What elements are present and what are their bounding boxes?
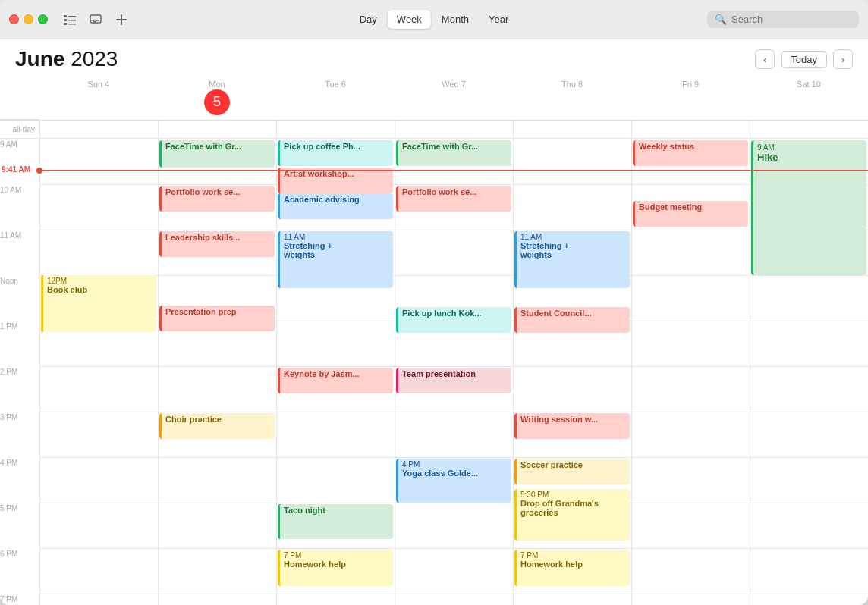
inbox-button[interactable] [86,10,105,30]
cell-mon-6[interactable] [158,548,276,594]
search-input[interactable] [731,14,851,25]
event-artistworkshop[interactable]: Artist workshop... [278,168,393,193]
search-box[interactable]: 🔍 [707,11,859,28]
cell-fri-7[interactable] [631,594,750,605]
event-portfoliomon[interactable]: Portfolio work se... [159,186,275,212]
event-choir[interactable]: Choir practice [159,413,275,439]
event-writingsession[interactable]: Writing session w... [514,413,630,439]
cell-sat-noon[interactable] [750,275,868,321]
cell-fri-3[interactable] [631,412,750,457]
day-headers: Sun 4 Mon 5 Tue 6 Wed 7 Thu 8 Fri 9 Sat … [0,76,868,121]
cell-thu-2[interactable] [513,366,631,412]
month-year-title: June 2023 [15,47,118,71]
next-week-button[interactable]: › [833,49,853,69]
cell-sun-5[interactable] [39,503,158,548]
view-day-button[interactable]: Day [351,10,386,29]
view-month-button[interactable]: Month [432,10,478,29]
nav-controls: ‹ Today › [755,49,853,69]
event-stretching1[interactable]: 11 AM Stretching +weights [278,231,393,288]
cell-thu-10[interactable] [513,184,631,230]
cell-sun-7[interactable] [39,594,158,605]
cell-sat-1[interactable] [750,321,868,366]
cell-sat-2[interactable] [750,366,868,412]
day-header-thu: Thu 8 [513,76,631,120]
cell-mon-5[interactable] [158,503,276,548]
time-3pm: 3 PM [0,412,39,457]
prev-week-button[interactable]: ‹ [755,49,775,69]
event-picklunch[interactable]: Pick up lunch Kok... [396,307,511,333]
cell-thu-9[interactable] [513,139,631,184]
time-noon: Noon [0,275,39,321]
cell-mon-4[interactable] [158,457,276,503]
cell-sun-2[interactable] [39,366,158,412]
event-homework2[interactable]: 7 PM Homework help [514,550,630,586]
cell-wed-6[interactable] [395,548,513,594]
cell-sun-11[interactable] [39,230,158,275]
cell-fri-2[interactable] [631,366,750,412]
event-portfoliowed[interactable]: Portfolio work se... [396,186,511,212]
cell-fri-11[interactable] [631,230,750,275]
event-weeklystatus[interactable]: Weekly status [633,140,748,166]
cell-fri-6[interactable] [631,548,750,594]
event-budgetmeeting[interactable]: Budget meeting [633,201,748,227]
event-yogaclass[interactable]: 4 PM Yoga class Golde... [396,459,511,503]
cell-sat-5[interactable] [750,503,868,548]
cell-fri-5[interactable] [631,503,750,548]
event-soccer[interactable]: Soccer practice [514,459,630,484]
event-dropoffgrandma[interactable]: 5:30 PM Drop off Grandma's groceries [514,489,630,541]
view-week-button[interactable]: Week [388,10,431,29]
event-hike[interactable]: 9 AM Hike [751,140,866,275]
event-taconight[interactable]: Taco night [278,504,393,539]
maximize-button[interactable] [38,14,48,24]
cell-sat-7[interactable] [750,594,868,605]
cell-wed-3[interactable] [395,412,513,457]
event-studentcouncil[interactable]: Student Council... [514,307,630,333]
cell-tue-1[interactable] [276,321,395,366]
view-switcher: Day Week Month Year [351,10,518,29]
event-leadership[interactable]: Leadership skills... [159,231,275,257]
cell-tue-3[interactable] [276,412,395,457]
cell-fri-noon[interactable] [631,275,750,321]
cell-sun-3[interactable] [39,412,158,457]
event-bookclub[interactable]: 12PM Book club [41,275,156,332]
toolbar-right: 🔍 [707,11,859,28]
event-facetime1[interactable]: FaceTime with Gr... [159,140,275,168]
cell-mon-7[interactable] [158,594,276,605]
search-icon: 🔍 [715,14,727,25]
calendar-list-button[interactable] [60,10,80,30]
cell-thu-7[interactable] [513,594,631,605]
cell-wed-5[interactable] [395,503,513,548]
event-teampres[interactable]: Team presentation [396,368,511,393]
event-stretching2[interactable]: 11 AM Stretching +weights [514,231,630,288]
time-9am: 9 AM [0,139,39,184]
view-year-button[interactable]: Year [480,10,517,29]
event-presentation-prep[interactable]: Presentation prep [159,306,275,331]
minimize-button[interactable] [24,14,33,24]
event-keynote[interactable]: Keynote by Jasm... [278,368,393,393]
event-pickupcoffee[interactable]: Pick up coffee Ph... [278,140,393,166]
allday-thu [513,121,631,138]
time-grid-container[interactable]: 9 AM 10 AM 11 AM [0,139,868,605]
cell-mon-2[interactable] [158,366,276,412]
cell-fri-1[interactable] [631,321,750,366]
cell-wed-11[interactable] [395,230,513,275]
svg-rect-2 [64,19,67,21]
cell-wed-7[interactable] [395,594,513,605]
event-homework1[interactable]: 7 PM Homework help [278,550,393,586]
cell-fri-4[interactable] [631,457,750,503]
cell-sun-10[interactable] [39,184,158,230]
cell-sat-4[interactable] [750,457,868,503]
cell-sat-6[interactable] [750,548,868,594]
event-facetime2[interactable]: FaceTime with Gr... [396,140,511,166]
today-button[interactable]: Today [781,51,827,68]
add-event-button[interactable] [112,10,131,30]
cell-tue-7[interactable] [276,594,395,605]
cell-sun-9[interactable] [39,139,158,184]
corner-cell [0,76,39,120]
cell-sat-3[interactable] [750,412,868,457]
event-academicadv[interactable]: Academic advising [278,193,393,219]
cell-sun-6[interactable] [39,548,158,594]
cell-sun-4[interactable] [39,457,158,503]
close-button[interactable] [9,14,19,24]
cell-tue-4[interactable] [276,457,395,503]
